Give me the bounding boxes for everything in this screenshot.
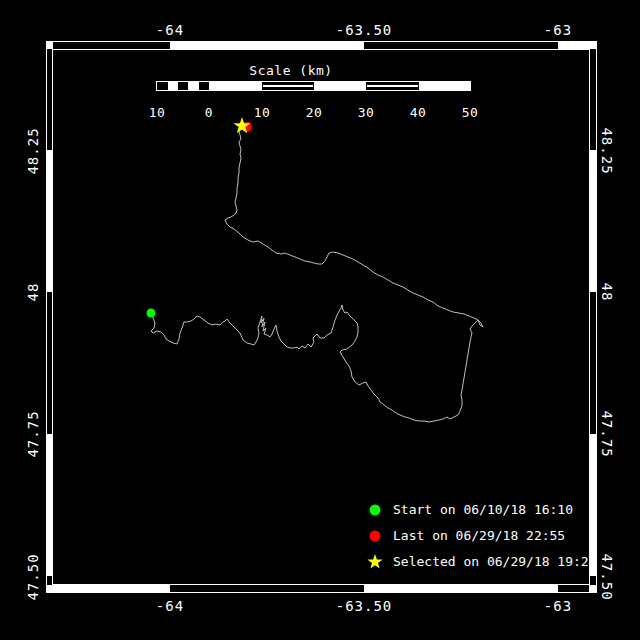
legend-start-dot-icon — [370, 505, 381, 516]
legend-last-label: Last on 06/29/18 22:55 — [393, 528, 565, 543]
frame-seg-left-2 — [46, 434, 52, 576]
scale-bar-subblock — [188, 82, 199, 91]
y-tick-left-4775: 47.75 — [25, 410, 41, 457]
start-marker — [147, 309, 156, 318]
x-tick-bottom-6350: -63.50 — [336, 598, 393, 614]
scale-label-50: 50 — [462, 105, 479, 120]
legend-star-icon — [367, 554, 382, 569]
y-tick-left-48: 48 — [25, 283, 41, 302]
scale-bar-block-0-10 — [209, 82, 261, 91]
frame-corner-tl — [46, 41, 53, 49]
y-tick-right-4775: 47.75 — [599, 410, 615, 457]
tracking-map: -64 -63.50 -63 -64 -63.50 -63 48.25 48 4… — [0, 0, 640, 640]
x-tick-top-64: -64 — [156, 22, 184, 38]
scale-bar-block-40-50 — [419, 82, 471, 91]
scale-label-40: 40 — [410, 105, 427, 120]
scale-label-0: 0 — [205, 105, 213, 120]
scale-label-30: 30 — [358, 105, 375, 120]
y-tick-left-4825: 48.25 — [25, 127, 41, 174]
frame-seg-bottom-2 — [364, 585, 558, 593]
scale-bar-title: Scale (km) — [249, 63, 332, 78]
scale-label-10l: 10 — [149, 105, 166, 120]
legend-start-label: Start on 06/10/18 16:10 — [393, 502, 573, 517]
frame-seg-bottom-1 — [52, 585, 170, 593]
y-tick-right-4750: 47.50 — [599, 553, 615, 600]
frame-seg-left-1 — [46, 150, 52, 292]
scale-bar-block-20-30 — [314, 82, 366, 91]
track-path — [151, 127, 483, 422]
y-tick-right-4825: 48.25 — [599, 127, 615, 174]
scale-label-20: 20 — [306, 105, 323, 120]
scale-bar-stripe-30-40 — [367, 85, 417, 87]
scale-bar-subblock — [168, 82, 179, 91]
legend-selected-label: Selected on 06/29/18 19:25 — [393, 554, 597, 569]
y-tick-left-4750: 47.50 — [25, 553, 41, 600]
legend: Start on 06/10/18 16:10 Last on 06/29/18… — [367, 502, 596, 569]
x-tick-top-6350: -63.50 — [336, 22, 393, 38]
frame-corner-tr — [589, 41, 597, 49]
scale-bar-stripe-10-20 — [263, 85, 313, 87]
x-tick-bottom-63: -63 — [544, 598, 572, 614]
legend-last-dot-icon — [370, 531, 381, 542]
scale-label-10: 10 — [254, 105, 271, 120]
scale-bar: Scale (km) 10 0 10 20 30 40 50 — [149, 63, 479, 120]
x-tick-bottom-64: -64 — [156, 598, 184, 614]
frame-corner-br — [589, 585, 597, 593]
frame-seg-right-1 — [590, 150, 597, 292]
x-tick-top-63: -63 — [544, 22, 572, 38]
frame-seg-top-1 — [170, 41, 364, 49]
frame-corner-bl — [46, 585, 53, 593]
y-tick-right-48: 48 — [599, 283, 615, 302]
frame-seg-top-2 — [558, 41, 590, 49]
